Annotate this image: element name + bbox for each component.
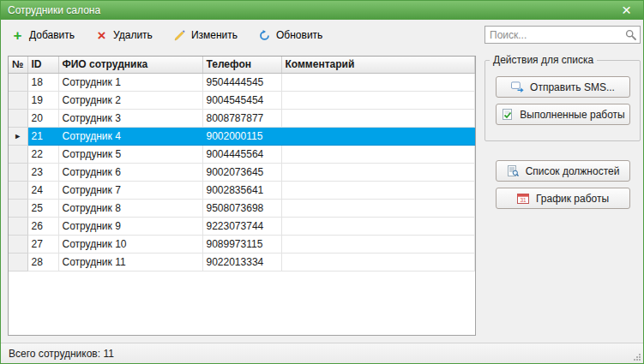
cell-id[interactable]: 27 (27, 235, 58, 253)
table-row[interactable]: 18Сотрудник 19504444545 (9, 73, 475, 91)
cell-phone[interactable]: 9002835641 (202, 181, 281, 199)
col-header-phone[interactable]: Телефон (202, 57, 281, 73)
row-selector-cell[interactable] (9, 181, 27, 199)
row-selector-cell[interactable] (9, 109, 27, 127)
actions-group-title: Действия для списка (490, 54, 597, 66)
completed-works-label: Выполненные работы (520, 109, 624, 121)
add-button[interactable]: + Добавить (8, 27, 78, 44)
table-row[interactable]: 28Сотрудник 119022013334 (9, 253, 475, 271)
cell-id[interactable]: 21 (27, 127, 58, 145)
statusbar: Всего сотрудников: 11 (1, 343, 643, 363)
positions-list-button[interactable]: Список должностей (496, 160, 630, 182)
refresh-button[interactable]: Обновить (255, 27, 326, 44)
cell-comment[interactable] (281, 163, 475, 181)
search-icon[interactable] (625, 29, 640, 40)
cell-name[interactable]: Сотрудник 9 (58, 217, 202, 235)
cell-name[interactable]: Сотрудник 8 (58, 199, 202, 217)
cell-id[interactable]: 18 (27, 73, 58, 91)
completed-works-button[interactable]: Выполненные работы (496, 104, 630, 125)
cell-comment[interactable] (281, 109, 475, 127)
cell-name[interactable]: Сотрудник 7 (58, 181, 202, 199)
actions-groupbox: Действия для списка (485, 54, 641, 141)
employees-table: № ID ФИО сотрудника Телефон Комментарий … (9, 57, 475, 272)
cell-name[interactable]: Сотрудник 10 (58, 235, 202, 253)
cell-phone[interactable]: 9223073744 (202, 217, 281, 235)
refresh-icon (258, 29, 271, 42)
close-button[interactable]: × (617, 2, 636, 19)
row-selector-cell[interactable] (9, 73, 27, 91)
toolbar: + Добавить × Удалить Изменить Об (8, 25, 326, 45)
cell-comment[interactable] (281, 253, 475, 271)
row-selector-cell[interactable] (9, 253, 27, 271)
work-schedule-label: График работы (536, 193, 609, 205)
positions-list-label: Список должностей (526, 165, 620, 177)
table-row[interactable]: ►21Сотрудник 49002000115 (9, 127, 475, 145)
cell-phone[interactable]: 8008787877 (202, 109, 281, 127)
table-row[interactable]: 23Сотрудник 69002073645 (9, 163, 475, 181)
cell-id[interactable]: 25 (27, 199, 58, 217)
delete-label: Удалить (113, 29, 153, 41)
cell-name[interactable]: Сотрудник 1 (58, 73, 202, 91)
col-header-comment[interactable]: Комментарий (281, 57, 475, 73)
cell-phone[interactable]: 9089973115 (202, 235, 281, 253)
cell-name[interactable]: Сотрудник 11 (58, 253, 202, 271)
row-selector-cell[interactable] (9, 163, 27, 181)
table-row[interactable]: 27Сотрудник 109089973115 (9, 235, 475, 253)
cell-phone[interactable]: 9508073698 (202, 199, 281, 217)
positions-list-icon (507, 164, 520, 177)
cell-id[interactable]: 28 (27, 253, 58, 271)
col-header-name[interactable]: ФИО сотрудника (58, 57, 202, 73)
cell-id[interactable]: 23 (27, 163, 58, 181)
cell-name[interactable]: Сотрдуник 5 (58, 145, 202, 163)
send-sms-label: Отправить SMS... (530, 81, 615, 93)
cell-comment[interactable] (281, 127, 475, 145)
cell-phone[interactable]: 9504444545 (202, 73, 281, 91)
cell-id[interactable]: 24 (27, 181, 58, 199)
row-selector-cell[interactable] (9, 199, 27, 217)
row-selector-cell[interactable]: ► (9, 127, 27, 145)
search-box (485, 26, 641, 44)
cell-comment[interactable] (281, 73, 475, 91)
calendar-day-label: 31 (521, 197, 527, 203)
cell-name[interactable]: Сотрудник 6 (58, 163, 202, 181)
cell-phone[interactable]: 9004445564 (202, 145, 281, 163)
cell-comment[interactable] (281, 145, 475, 163)
cell-phone[interactable]: 9002073645 (202, 163, 281, 181)
cell-name[interactable]: Сотрудник 4 (58, 127, 202, 145)
row-selector-cell[interactable] (9, 217, 27, 235)
table-row[interactable]: 25Сотрудник 89508073698 (9, 199, 475, 217)
cell-comment[interactable] (281, 199, 475, 217)
employees-grid[interactable]: № ID ФИО сотрудника Телефон Комментарий … (8, 56, 476, 336)
cell-phone[interactable]: 9004545454 (202, 91, 281, 109)
cell-id[interactable]: 22 (27, 145, 58, 163)
search-input[interactable] (485, 29, 625, 41)
row-selector-cell[interactable] (9, 145, 27, 163)
cell-id[interactable]: 26 (27, 217, 58, 235)
edit-button[interactable]: Изменить (170, 27, 241, 44)
resize-grip[interactable] (633, 353, 641, 361)
cell-comment[interactable] (281, 235, 475, 253)
col-header-id[interactable]: ID (27, 57, 58, 73)
cell-name[interactable]: Сотрудник 3 (58, 109, 202, 127)
cell-comment[interactable] (281, 217, 475, 235)
cell-comment[interactable] (281, 181, 475, 199)
table-row[interactable]: 26Сотрудник 99223073744 (9, 217, 475, 235)
table-row[interactable]: 20Сотрудник 38008787877 (9, 109, 475, 127)
row-selector-cell[interactable] (9, 235, 27, 253)
work-schedule-button[interactable]: 31 График работы (496, 188, 630, 209)
table-row[interactable]: 22Сотрдуник 59004445564 (9, 145, 475, 163)
cell-id[interactable]: 19 (27, 91, 58, 109)
titlebar: Сотрудники салона × (1, 1, 643, 20)
cell-phone[interactable]: 9022013334 (202, 253, 281, 271)
row-selector-cell[interactable] (9, 91, 27, 109)
cell-phone[interactable]: 9002000115 (202, 127, 281, 145)
delete-button[interactable]: × Удалить (92, 27, 156, 44)
table-row[interactable]: 19Сотрудник 29004545454 (9, 91, 475, 109)
send-sms-button[interactable]: Отправить SMS... (496, 76, 630, 98)
cell-name[interactable]: Сотрудник 2 (58, 91, 202, 109)
cell-id[interactable]: 20 (27, 109, 58, 127)
add-icon: + (11, 29, 24, 42)
table-row[interactable]: 24Сотрудник 79002835641 (9, 181, 475, 199)
cell-comment[interactable] (281, 91, 475, 109)
checklist-icon (501, 108, 514, 121)
